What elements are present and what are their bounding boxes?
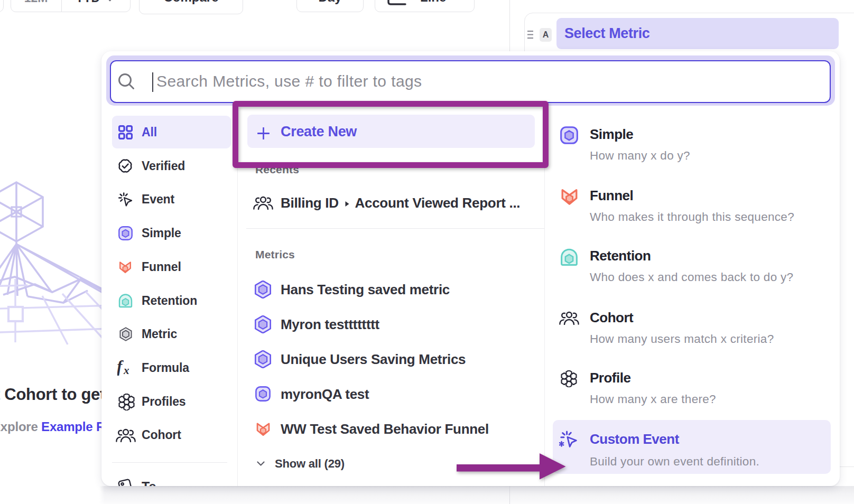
svg-text:f: f <box>117 360 124 376</box>
svg-text:x: x <box>123 364 129 376</box>
